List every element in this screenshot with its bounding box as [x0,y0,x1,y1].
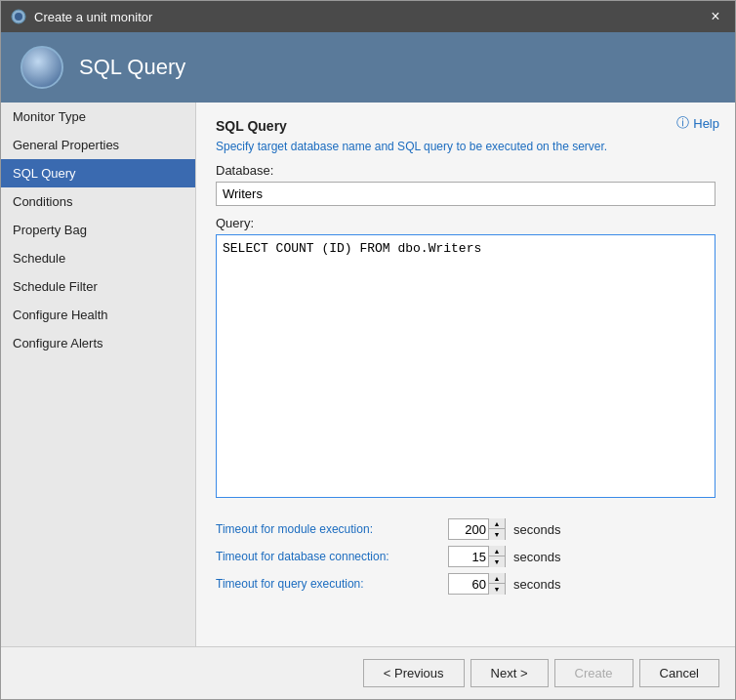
cancel-button[interactable]: Cancel [639,659,719,687]
timeout-module-down[interactable]: ▼ [489,529,505,540]
sidebar-item-sql-query[interactable]: SQL Query [1,159,195,187]
window-icon [11,9,26,24]
header-banner: SQL Query [1,32,735,103]
svg-point-1 [15,13,22,21]
header-title: SQL Query [79,55,185,80]
query-textarea[interactable]: SELECT COUNT (ID) FROM dbo.Writers [216,234,716,498]
sidebar-item-general-properties[interactable]: General Properties [1,131,195,159]
footer: < Previous Next > Create Cancel [1,646,735,699]
timeout-query-input[interactable] [449,574,488,594]
timeout-row-db: Timeout for database connection: ▲ ▼ sec… [216,546,716,567]
window-title: Create a unit monitor [34,10,152,24]
sidebar-item-schedule[interactable]: Schedule [1,244,195,272]
timeout-row-query: Timeout for query execution: ▲ ▼ seconds [216,573,716,595]
timeout-db-unit: seconds [513,550,560,564]
sidebar-item-schedule-filter[interactable]: Schedule Filter [1,272,195,301]
section-title: SQL Query [216,118,716,134]
title-bar-left: Create a unit monitor [11,9,152,24]
query-label: Query: [216,216,716,230]
previous-button[interactable]: < Previous [363,659,465,687]
timeout-db-label: Timeout for database connection: [216,550,440,563]
sidebar: Monitor Type General Properties SQL Quer… [1,103,196,646]
timeout-grid: Timeout for module execution: ▲ ▼ second… [216,518,716,595]
title-bar: Create a unit monitor × [1,1,735,32]
timeout-module-up[interactable]: ▲ [489,518,505,529]
create-button[interactable]: Create [554,659,634,687]
content-area: Monitor Type General Properties SQL Quer… [1,103,735,646]
sidebar-item-conditions[interactable]: Conditions [1,187,195,216]
timeout-module-spinner-btns: ▲ ▼ [488,518,505,540]
sidebar-item-monitor-type[interactable]: Monitor Type [1,103,195,131]
main-window: Create a unit monitor × SQL Query Monito… [0,0,736,700]
help-label: Help [693,116,719,131]
database-input[interactable] [216,182,716,206]
sidebar-item-property-bag[interactable]: Property Bag [1,216,195,244]
section-desc: Specify target database name and SQL que… [216,140,716,153]
timeout-module-spinner: ▲ ▼ [448,518,506,540]
timeout-module-input[interactable] [449,519,488,539]
help-icon: ⓘ [676,114,689,132]
sidebar-item-configure-alerts[interactable]: Configure Alerts [1,329,195,357]
timeout-db-up[interactable]: ▲ [489,546,505,556]
timeout-query-up[interactable]: ▲ [489,573,505,584]
timeout-db-input[interactable] [449,547,488,566]
help-link[interactable]: ⓘ Help [676,114,719,132]
sidebar-item-configure-health[interactable]: Configure Health [1,301,195,329]
header-logo [20,46,63,89]
timeout-db-spinner-btns: ▲ ▼ [488,546,505,567]
next-button[interactable]: Next > [470,659,549,687]
timeout-module-label: Timeout for module execution: [216,522,440,536]
timeout-row-module: Timeout for module execution: ▲ ▼ second… [216,518,716,540]
timeout-query-spinner-btns: ▲ ▼ [488,573,505,595]
timeout-db-down[interactable]: ▼ [489,556,505,567]
timeout-db-spinner: ▲ ▼ [448,546,506,567]
main-panel: ⓘ Help SQL Query Specify target database… [196,103,735,646]
timeout-query-unit: seconds [513,577,560,592]
timeout-query-spinner: ▲ ▼ [448,573,506,595]
timeout-module-unit: seconds [513,522,560,537]
database-label: Database: [216,163,716,178]
close-button[interactable]: × [706,7,725,26]
timeout-query-down[interactable]: ▼ [489,584,505,595]
timeout-query-label: Timeout for query execution: [216,577,440,591]
